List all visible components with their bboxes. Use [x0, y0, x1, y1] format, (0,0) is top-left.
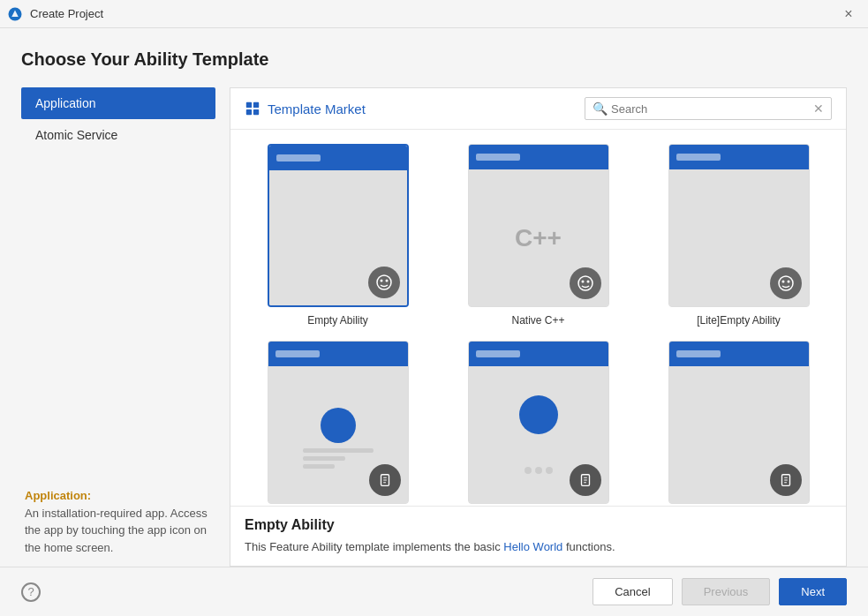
- app-icon: [7, 6, 23, 22]
- about-line-2: [303, 456, 345, 461]
- phone-top-bar-lite: [676, 154, 721, 161]
- template-name-empty: Empty Ability: [307, 314, 368, 327]
- template-preview-category: [668, 341, 810, 504]
- svg-point-11: [779, 276, 793, 290]
- template-badge-category: [770, 464, 802, 496]
- template-preview-about: [268, 341, 409, 504]
- biz-circle: [519, 395, 558, 434]
- phone-top-about: [268, 342, 408, 366]
- svg-point-12: [781, 281, 784, 283]
- template-card-lite-empty[interactable]: [Lite]Empty Ability: [645, 144, 832, 327]
- page-title: Choose Your Ability Template: [21, 49, 847, 70]
- biz-dot-3: [546, 467, 553, 474]
- phone-top-bar-about: [275, 350, 320, 357]
- phone-top-business: [469, 342, 608, 366]
- svg-point-9: [581, 281, 584, 283]
- footer-right: Cancel Previous Next: [593, 578, 847, 605]
- template-card-business[interactable]: Business Card Ability: [445, 341, 631, 506]
- template-card-category[interactable]: Category Ability: [645, 341, 832, 506]
- help-button[interactable]: ?: [21, 582, 41, 602]
- template-name-lite: [Lite]Empty Ability: [697, 314, 781, 327]
- next-button[interactable]: Next: [779, 578, 847, 605]
- search-box[interactable]: 🔍 ✕: [585, 97, 832, 120]
- sidebar-description-text: An installation-required app. Access the…: [25, 507, 208, 554]
- close-button[interactable]: ×: [836, 2, 861, 26]
- template-preview-lite-empty: [668, 144, 810, 307]
- template-preview-business: [468, 341, 609, 504]
- sidebar-description: Application: An installation-required ap…: [21, 477, 215, 567]
- selected-template-desc: This Feature Ability template implements…: [245, 538, 832, 556]
- template-card-native-cpp[interactable]: C++ Native C++: [445, 144, 631, 327]
- sidebar: Application Atomic Service Application: …: [21, 87, 215, 567]
- content-body: Application Atomic Service Application: …: [21, 87, 847, 567]
- templates-grid-wrapper: Empty Ability C++: [230, 130, 846, 506]
- template-preview-empty-ability: [268, 144, 409, 307]
- svg-point-10: [586, 281, 589, 283]
- phone-top-empty: [269, 146, 407, 170]
- biz-dot-1: [525, 467, 532, 474]
- template-market-text: Template Market: [268, 101, 366, 116]
- cat-row: [737, 404, 741, 483]
- cpp-icon: C++: [515, 224, 562, 252]
- phone-top-bar: [276, 154, 321, 162]
- selected-template-title: Empty Ability: [245, 517, 832, 533]
- svg-rect-3: [246, 109, 252, 115]
- template-card-empty-ability[interactable]: Empty Ability: [245, 144, 431, 327]
- previous-button[interactable]: Previous: [682, 578, 771, 605]
- template-card-about[interactable]: About Ability: [245, 341, 431, 506]
- template-market-icon: [245, 101, 260, 116]
- footer: ? Cancel Previous Next: [0, 567, 868, 616]
- templates-grid: Empty Ability C++: [245, 144, 832, 506]
- template-header: Template Market 🔍 ✕: [230, 88, 846, 130]
- template-name-cpp: Native C++: [511, 314, 564, 327]
- svg-point-5: [377, 275, 391, 289]
- svg-rect-1: [246, 102, 252, 108]
- about-line-3: [303, 464, 335, 469]
- svg-rect-2: [253, 102, 259, 108]
- main-content: Choose Your Ability Template Application…: [0, 28, 868, 567]
- title-bar-left: Create Project: [7, 6, 103, 22]
- selected-template-info: Empty Ability This Feature Ability templ…: [230, 506, 846, 567]
- search-clear-icon[interactable]: ✕: [813, 101, 824, 116]
- phone-top-bar-cpp: [476, 154, 520, 161]
- sidebar-item-application[interactable]: Application: [21, 87, 215, 119]
- template-badge-business: [570, 464, 601, 496]
- phone-top-cpp: [469, 145, 608, 169]
- template-preview-native-cpp: C++: [468, 144, 609, 307]
- search-icon: 🔍: [593, 101, 608, 116]
- right-panel: Template Market 🔍 ✕: [230, 87, 847, 567]
- footer-left: ?: [21, 582, 41, 602]
- sidebar-description-label: Application:: [25, 489, 91, 502]
- about-circle: [321, 408, 356, 443]
- template-badge-lite: [770, 267, 802, 299]
- cancel-button[interactable]: Cancel: [593, 578, 672, 605]
- about-line-1: [303, 448, 374, 453]
- search-input[interactable]: [611, 102, 813, 116]
- biz-dot-2: [535, 467, 542, 474]
- phone-top-bar-business: [476, 350, 520, 357]
- phone-top-category: [669, 342, 809, 366]
- template-badge-about: [369, 464, 401, 496]
- template-badge-cpp: [570, 267, 601, 299]
- biz-dots: [525, 467, 553, 474]
- svg-point-7: [385, 280, 388, 282]
- svg-point-8: [578, 276, 593, 290]
- svg-rect-4: [253, 109, 259, 115]
- highlight-hello-world: Hello World: [503, 540, 562, 553]
- template-badge-empty: [368, 267, 400, 298]
- svg-point-6: [380, 280, 382, 282]
- svg-point-13: [787, 281, 789, 283]
- sidebar-item-atomic-service[interactable]: Atomic Service: [21, 119, 215, 151]
- title-bar: Create Project ×: [0, 0, 868, 28]
- window-title: Create Project: [30, 7, 103, 20]
- template-market-label: Template Market: [245, 101, 366, 116]
- about-lines: [303, 448, 374, 469]
- phone-top-bar-category: [676, 350, 721, 357]
- phone-top-lite: [669, 145, 809, 169]
